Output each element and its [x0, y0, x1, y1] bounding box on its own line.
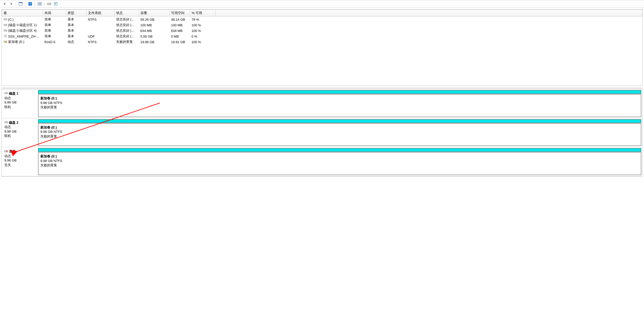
volume-stripe[interactable] [38, 148, 641, 152]
cell-layout: RAID-5 [43, 39, 66, 45]
disk-type: 动态 [4, 154, 35, 158]
svg-rect-23 [6, 42, 6, 42]
volume-table: 卷 布局 类型 文件系统 状态 容量 可用空间 % 可用 (C:)简单基本NTF… [2, 9, 642, 45]
volume-block-desc: 9.98 GB NTFS [40, 101, 639, 105]
table-row[interactable]: (磁盘 0 磁盘分区 4)简单基本状态良好 (...634 MB634 MB10… [2, 28, 642, 33]
disk-row: 磁盘 2动态9.98 GB联机新加卷 (E:)9.98 GB NTFS失败的重复 [2, 118, 642, 147]
volume-stripe[interactable] [38, 90, 641, 94]
toolbar-separator [35, 1, 35, 6]
cell-pctfree: 100 % [190, 22, 216, 28]
action-list-icon [38, 2, 42, 6]
cd-icon [4, 34, 7, 38]
table-row[interactable]: 新加卷 (E:)RAID-5动态NTFS失败的重复19.96 GB19.91 G… [2, 39, 642, 45]
cell-status: 状态良好 (... [115, 17, 139, 22]
cell-layout: 简单 [43, 28, 66, 33]
col-status[interactable]: 状态 [115, 10, 139, 17]
volume-block[interactable]: 新加卷 (E:)9.98 GB NTFS失败的重复 [38, 123, 641, 146]
drive-icon [4, 91, 8, 96]
svg-point-13 [6, 19, 6, 19]
cell-type: 动态 [66, 39, 86, 45]
svg-point-27 [7, 122, 7, 122]
table-row[interactable]: (磁盘 0 磁盘分区 1)简单基本状态良好 (...100 MB100 MB10… [2, 22, 642, 28]
volume-block[interactable]: 新加卷 (E:)9.98 GB NTFS失败的重复 [38, 152, 641, 175]
warning-icon [4, 40, 7, 44]
cell-free: 46.14 GB [170, 17, 190, 22]
volume-stripe[interactable] [38, 119, 641, 123]
volume-block-status: 失败的重复 [40, 105, 639, 110]
disk-state: 联机 [4, 134, 35, 138]
volume-block[interactable]: 新加卷 (E:)9.98 GB NTFS失败的重复 [38, 94, 641, 117]
arrow-right-icon [9, 2, 13, 6]
disk-title: 丢失 [9, 149, 16, 154]
volume-block-desc: 9.98 GB NTFS [40, 159, 639, 163]
disk-button[interactable] [46, 1, 52, 7]
volume-name: 新加卷 (E:) [8, 40, 25, 44]
disk-icon [47, 2, 51, 6]
cell-free: 634 MB [170, 28, 190, 33]
disk-size: 9.98 GB [4, 100, 35, 105]
col-type[interactable]: 类型 [66, 10, 86, 17]
cell-status: 失败的重复 [115, 39, 139, 45]
disk-size: 9.98 GB [4, 129, 35, 134]
showhide-button[interactable] [18, 1, 24, 7]
error-icon [4, 149, 8, 154]
disk-info: 磁盘 1动态9.98 GB联机 [3, 90, 36, 117]
back-button[interactable] [2, 1, 8, 7]
table-row[interactable]: SSS_X64FRE_ZH-...简单基本UDF状态良好 (...5.06 GB… [2, 33, 642, 39]
action-button[interactable] [37, 1, 43, 7]
svg-rect-4 [38, 2, 41, 5]
toolbar: ? [0, 0, 644, 8]
cell-pctfree: 78 % [190, 17, 216, 22]
volume-block-status: 失败的重复 [40, 163, 639, 168]
help-button[interactable]: ? [27, 1, 33, 7]
volume-block-name: 新加卷 (E:) [40, 96, 639, 101]
volume-header-row: 卷 布局 类型 文件系统 状态 容量 可用空间 % 可用 [2, 10, 642, 17]
volume-block-desc: 9.98 GB NTFS [40, 130, 639, 134]
help-icon: ? [28, 2, 32, 6]
cell-pctfree: 100 % [190, 28, 216, 33]
cell-status: 状态良好 (... [115, 22, 139, 28]
properties-icon [54, 2, 58, 6]
disk-title: 磁盘 1 [9, 91, 18, 96]
cell-capacity: 19.96 GB [139, 39, 170, 45]
cell-layout: 简单 [43, 17, 66, 22]
svg-point-15 [6, 25, 6, 25]
svg-rect-8 [39, 4, 41, 5]
volume-name: (磁盘 0 磁盘分区 4) [8, 28, 37, 33]
col-filesystem[interactable]: 文件系统 [86, 10, 115, 17]
disk-map-pane: 磁盘 1动态9.98 GB联机新加卷 (E:)9.98 GB NTFS失败的重复… [2, 89, 642, 177]
drive-icon [4, 18, 7, 21]
cell-capacity: 100 MB [139, 22, 170, 28]
svg-rect-6 [38, 4, 39, 5]
props-button[interactable] [53, 1, 59, 7]
cell-status: 状态良好 (... [115, 28, 139, 33]
disk-row: 磁盘 1动态9.98 GB联机新加卷 (E:)9.98 GB NTFS失败的重复 [2, 89, 642, 118]
col-layout[interactable]: 布局 [43, 10, 66, 17]
cell-capacity: 634 MB [139, 28, 170, 33]
col-filler [216, 10, 642, 17]
forward-button[interactable] [8, 1, 14, 7]
cell-pctfree: 100 % [190, 39, 216, 45]
col-capacity[interactable]: 容量 [139, 10, 170, 17]
cell-layout: 简单 [43, 22, 66, 28]
col-volume[interactable]: 卷 [2, 10, 43, 17]
table-row[interactable]: (C:)简单基本NTFS状态良好 (...59.26 GB46.14 GB78 … [2, 17, 642, 22]
cell-filesystem: NTFS [86, 39, 115, 45]
cell-filesystem [86, 22, 115, 28]
col-free[interactable]: 可用空间 [170, 10, 190, 17]
volume-name: SSS_X64FRE_ZH-... [8, 34, 39, 38]
toolbar-separator [16, 1, 16, 6]
svg-point-19 [5, 36, 6, 36]
drive-icon [4, 29, 7, 33]
cell-filesystem: NTFS [86, 17, 115, 22]
cell-capacity: 5.06 GB [139, 33, 170, 39]
cell-free: 100 MB [170, 22, 190, 28]
disk-state: 联机 [4, 105, 35, 109]
cell-free: 19.91 GB [170, 39, 190, 45]
disk-bars: 新加卷 (E:)9.98 GB NTFS失败的重复 [38, 119, 641, 146]
volume-list-pane: 卷 布局 类型 文件系统 状态 容量 可用空间 % 可用 (C:)简单基本NTF… [2, 9, 642, 86]
col-pctfree[interactable]: % 可用 [190, 10, 216, 17]
cell-type: 基本 [66, 22, 86, 28]
svg-point-10 [50, 4, 50, 4]
cell-capacity: 59.26 GB [139, 17, 170, 22]
